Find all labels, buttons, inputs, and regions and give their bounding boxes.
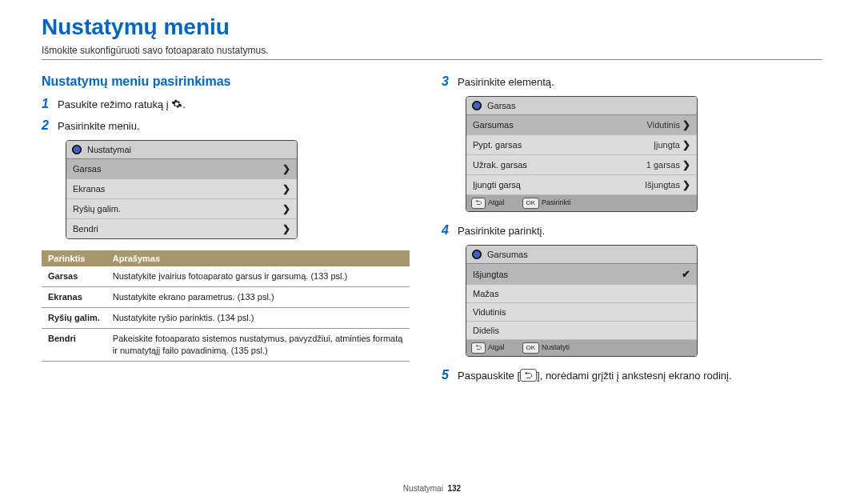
step-number: 5 [442, 368, 458, 382]
menu-item-rysiu[interactable]: Ryšių galim. ❯ [66, 199, 297, 219]
menu-item-ekranas[interactable]: Ekranas ❯ [66, 179, 297, 199]
ok-key-icon: OK [522, 198, 540, 209]
menu-item-value: Įjungta [654, 140, 680, 150]
table-row: Ekranas Nustatykite ekrano parametrus. (… [42, 287, 410, 308]
step-number: 2 [42, 118, 58, 133]
option-label: Vidutinis [473, 307, 506, 317]
menu-item-label: Bendri [73, 224, 98, 234]
chevron-right-icon: ❯ [682, 119, 690, 130]
options-description-table: Parinktis Aprašymas Garsas Nustatykite į… [42, 250, 410, 361]
menu-item-garsas[interactable]: Garsas ❯ [66, 159, 297, 179]
menu-item-label: Užrak. garsas [473, 160, 527, 170]
footer-section: Nustatymai [403, 484, 443, 493]
option-desc: Nustatykite ekrano parametrus. (133 psl.… [106, 287, 410, 308]
step-1: 1 Pasukite režimo ratuką į . [42, 97, 410, 112]
chevron-right-icon: ❯ [282, 183, 290, 194]
menu-item-ijungti[interactable]: Įjungti garsą Išjungtas ❯ [466, 175, 697, 195]
step-number: 1 [42, 97, 58, 111]
option-desc: Nustatykite įvairius fotoaparato garsus … [106, 266, 410, 286]
gear-icon [171, 98, 182, 110]
option-name: Garsas [42, 266, 106, 286]
menu-item-bendri[interactable]: Bendri ❯ [66, 219, 297, 238]
menu-item-garsumas[interactable]: Garsumas Vidutinis ❯ [466, 115, 697, 135]
table-header-desc: Aprašymas [106, 250, 410, 266]
menu-item-label: Garsumas [473, 120, 514, 130]
menu-item-pypt[interactable]: Pypt. garsas Įjungta ❯ [466, 135, 697, 155]
chevron-right-icon: ❯ [682, 179, 690, 190]
option-mazas[interactable]: Mažas [466, 285, 697, 303]
back-key-icon: ⮌ [520, 369, 537, 382]
option-label: Mažas [473, 289, 498, 298]
preview-header: Nustatymai [87, 145, 131, 154]
step-text-after: ], norėdami grįžti į ankstesnį ekrano ro… [537, 370, 732, 382]
table-header-option: Parinktis [42, 250, 106, 266]
step-4: 4 Pasirinkite parinktį. [442, 223, 822, 238]
option-name: Bendri [42, 328, 106, 361]
settings-menu-preview: Nustatymai Garsas ❯ Ekranas ❯ Ryšių gali… [66, 140, 298, 239]
step-number: 3 [442, 74, 458, 89]
option-label: Išjungtas [473, 270, 508, 279]
step-text: Pasukite režimo ratuką į [58, 98, 171, 110]
footer-ok-label: Nustatyti [542, 343, 570, 351]
menu-item-value: 1 garsas [646, 160, 680, 170]
step-text: Pasirinkite parinktį. [458, 224, 545, 238]
step-2: 2 Pasirinkite meniu. [42, 118, 410, 134]
chevron-right-icon: ❯ [282, 203, 290, 214]
check-icon: ✔ [682, 268, 690, 280]
step-text: Pasirinkite meniu. [58, 119, 140, 134]
preview-header: Garsas [487, 101, 515, 110]
chevron-right-icon: ❯ [282, 163, 290, 174]
table-row: Ryšių galim. Nustatykite ryšio parinktis… [42, 308, 410, 329]
option-name: Ryšių galim. [42, 308, 106, 329]
preview-footer: ⮌Atgal OKNustatyti [466, 340, 697, 356]
back-key-icon: ⮌ [471, 198, 486, 209]
menu-item-label: Pypt. garsas [473, 140, 522, 150]
option-didelis[interactable]: Didelis [466, 322, 697, 340]
menu-item-label: Ekranas [73, 184, 105, 194]
menu-item-label: Įjungti garsą [473, 180, 521, 190]
option-vidutinis[interactable]: Vidutinis [466, 303, 697, 322]
menu-item-value: Išjungtas [645, 180, 680, 190]
option-label: Didelis [473, 326, 499, 335]
option-isjungtas[interactable]: Išjungtas ✔ [466, 264, 697, 285]
gear-icon [471, 249, 482, 260]
page-subtitle: Išmokite sukonfigūruoti savo fotoaparato… [42, 45, 822, 60]
ok-key-icon: OK [522, 342, 540, 354]
garsas-menu-preview: Garsas Garsumas Vidutinis ❯ Pypt. garsas… [466, 96, 698, 212]
menu-item-label: Garsas [73, 164, 101, 174]
option-desc: Pakeiskite fotoaparato sistemos nustatym… [106, 328, 410, 361]
option-desc: Nustatykite ryšio parinktis. (134 psl.) [106, 308, 410, 329]
menu-item-value: Vidutinis [647, 120, 680, 130]
preview-header: Garsumas [487, 250, 528, 259]
preview-footer: ⮌Atgal OKPasirinkti [466, 195, 697, 211]
section-heading: Nustatymų meniu pasirinkimas [42, 74, 410, 89]
page-footer: Nustatymai 132 [0, 484, 864, 493]
gear-icon [71, 144, 82, 155]
step-text: Pasirinkite elementą. [458, 75, 554, 90]
step-text-before: Paspauskite [ [458, 370, 520, 382]
table-row: Garsas Nustatykite įvairius fotoaparato … [42, 266, 410, 286]
step-number: 4 [442, 223, 458, 238]
page-title: Nustatymų meniu [42, 14, 822, 40]
chevron-right-icon: ❯ [282, 223, 290, 234]
table-row: Bendri Pakeiskite fotoaparato sistemos n… [42, 328, 410, 361]
footer-back-label: Atgal [488, 198, 505, 206]
step-3: 3 Pasirinkite elementą. [442, 74, 822, 90]
option-name: Ekranas [42, 287, 106, 308]
gear-icon [471, 100, 482, 111]
menu-item-label: Ryšių galim. [73, 204, 121, 214]
chevron-right-icon: ❯ [682, 159, 690, 170]
garsumas-menu-preview: Garsumas Išjungtas ✔ Mažas Vidutinis Did… [466, 245, 698, 357]
step-text-after: . [182, 98, 186, 110]
footer-page-number: 132 [447, 484, 461, 493]
footer-back-label: Atgal [488, 343, 505, 351]
back-key-icon: ⮌ [471, 342, 486, 354]
chevron-right-icon: ❯ [682, 139, 690, 150]
menu-item-uzrak[interactable]: Užrak. garsas 1 garsas ❯ [466, 155, 697, 175]
footer-ok-label: Pasirinkti [542, 198, 571, 206]
step-5: 5 Paspauskite [⮌], norėdami grįžti į ank… [442, 368, 822, 383]
